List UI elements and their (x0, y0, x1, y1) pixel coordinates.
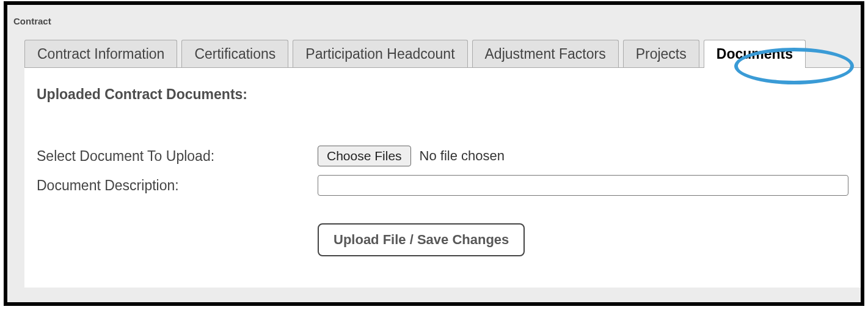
tab-certifications[interactable]: Certifications (181, 40, 288, 68)
tab-participation-headcount[interactable]: Participation Headcount (293, 40, 467, 68)
tab-strip: Contract Information Certifications Part… (24, 40, 861, 68)
panel-title: Contract (7, 5, 861, 26)
uploaded-documents-heading: Uploaded Contract Documents: (37, 86, 848, 103)
upload-action-row: Upload File / Save Changes (318, 223, 848, 256)
contract-panel: Contract Contract Information Certificat… (4, 1, 864, 306)
document-description-input[interactable] (318, 175, 848, 196)
document-description-label: Document Description: (37, 177, 318, 194)
select-document-label: Select Document To Upload: (37, 148, 318, 165)
upload-save-button[interactable]: Upload File / Save Changes (318, 223, 525, 256)
tab-projects[interactable]: Projects (623, 40, 699, 68)
documents-tab-content: Uploaded Contract Documents: Select Docu… (24, 67, 861, 288)
select-document-row: Select Document To Upload: Choose Files … (37, 146, 848, 166)
tab-documents[interactable]: Documents (704, 40, 806, 68)
document-description-row: Document Description: (37, 175, 848, 196)
file-chosen-status: No file chosen (420, 148, 505, 164)
tab-adjustment-factors[interactable]: Adjustment Factors (472, 40, 619, 68)
tab-contract-information[interactable]: Contract Information (24, 40, 177, 68)
choose-files-button[interactable]: Choose Files (318, 146, 411, 166)
